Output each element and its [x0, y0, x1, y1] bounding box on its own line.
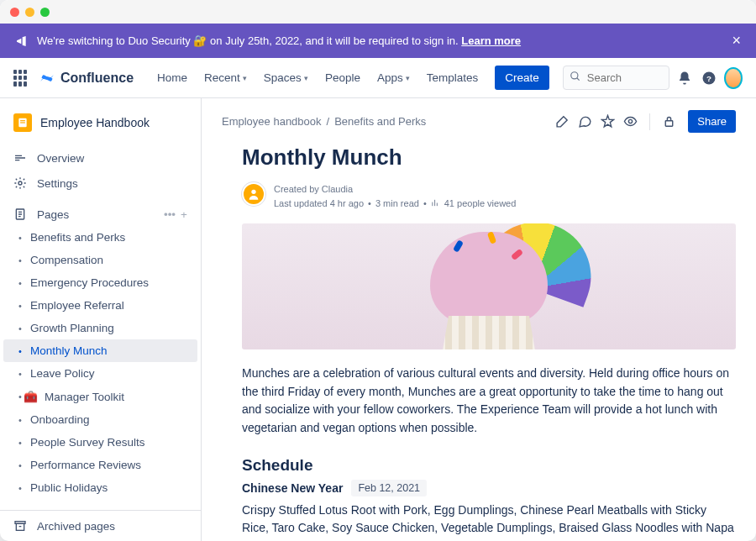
author-avatar[interactable]: [242, 182, 265, 206]
last-updated: Last updated 4 hr ago: [274, 197, 364, 211]
search-icon: [570, 71, 581, 85]
app-switcher-icon[interactable]: [13, 70, 27, 87]
crumb-parent[interactable]: Employee handbook: [222, 115, 322, 128]
breadcrumb: Employee handbook / Benefits and Perks: [222, 115, 426, 128]
maximize-window-icon[interactable]: [40, 8, 50, 17]
nav-spaces[interactable]: Spaces▾: [257, 66, 315, 89]
svg-rect-5: [20, 122, 25, 123]
hero-image: [242, 223, 736, 349]
sidebar-page-item[interactable]: Performance Reviews: [3, 454, 197, 476]
close-banner-icon[interactable]: ×: [732, 32, 741, 50]
restrictions-icon[interactable]: [662, 114, 676, 129]
more-icon[interactable]: •••: [164, 208, 176, 221]
chevron-down-icon: ▾: [304, 74, 308, 82]
notifications-icon[interactable]: [676, 67, 694, 89]
banner-text: We're switching to Duo Security: [37, 34, 193, 47]
svg-rect-4: [20, 120, 25, 121]
confluence-logo[interactable]: Confluence: [39, 70, 134, 87]
add-page-icon[interactable]: +: [181, 208, 187, 221]
crumb-current[interactable]: Benefits and Perks: [334, 115, 426, 128]
nav-apps[interactable]: Apps▾: [370, 66, 417, 89]
sidebar-page-item[interactable]: Onboarding: [3, 408, 197, 431]
help-icon[interactable]: ?: [701, 67, 718, 89]
svg-text:?: ?: [706, 73, 711, 82]
announcement-banner: We're switching to Duo Security 🔐 on Jul…: [0, 24, 756, 58]
star-icon[interactable]: [601, 114, 615, 129]
svg-point-6: [18, 181, 22, 185]
menu-text: Crispy Stuffed Lotus Root with Pork, Egg…: [242, 502, 736, 541]
space-icon: [13, 113, 32, 132]
event-date: Feb 12, 2021: [351, 480, 427, 496]
sidebar-page-item[interactable]: Monthly Munch: [3, 339, 197, 362]
svg-rect-11: [666, 121, 674, 126]
analytics-icon: [431, 198, 440, 207]
chevron-down-icon: ▾: [406, 74, 410, 82]
sidebar-page-item[interactable]: Employee Referral: [3, 294, 197, 317]
nav-recent[interactable]: Recent▾: [197, 66, 254, 89]
watch-icon[interactable]: [623, 114, 638, 129]
sidebar-settings[interactable]: Settings: [0, 171, 201, 196]
sidebar-page-item[interactable]: People Survey Results: [3, 431, 197, 454]
edit-icon[interactable]: [555, 114, 570, 129]
nav-people[interactable]: People: [318, 66, 367, 89]
sidebar-overview[interactable]: Overview: [0, 145, 201, 171]
read-time: 3 min read: [375, 197, 419, 211]
global-nav: Confluence Home Recent▾ Spaces▾ People A…: [0, 58, 756, 98]
intro-paragraph: Munches are a celebration of various cul…: [242, 365, 736, 438]
space-header[interactable]: Employee Handbook: [0, 98, 201, 142]
create-button[interactable]: Create: [495, 66, 549, 90]
sidebar-page-item[interactable]: Public Holidays: [3, 476, 197, 499]
sidebar-page-item[interactable]: Growth Planning: [3, 317, 197, 339]
chevron-down-icon: ▾: [243, 74, 247, 82]
schedule-heading: Schedule: [242, 456, 736, 475]
svg-point-12: [251, 190, 255, 194]
share-button[interactable]: Share: [688, 110, 736, 133]
mac-titlebar: [0, 0, 756, 24]
megaphone-icon: [15, 34, 29, 48]
sidebar-page-item[interactable]: Leave Policy: [3, 362, 197, 385]
created-by: Created by Claudia: [274, 182, 516, 197]
toolkit-icon: 🧰: [24, 390, 38, 403]
comment-icon[interactable]: [578, 114, 592, 129]
sidebar-page-item[interactable]: Benefits and Perks: [3, 226, 197, 249]
svg-point-10: [629, 119, 633, 123]
sidebar-page-item[interactable]: Emergency Procedures: [3, 271, 197, 294]
sidebar-page-item[interactable]: 🧰 Manager Toolkit: [3, 385, 197, 408]
people-viewed: 41 people viewed: [444, 197, 517, 211]
svg-point-0: [571, 72, 578, 79]
event-name: Chinese New Year: [242, 481, 343, 495]
sidebar-page-item[interactable]: Compensation: [3, 249, 197, 271]
page-title: Monthly Munch: [242, 144, 736, 171]
sidebar-archived[interactable]: Archived pages: [0, 510, 201, 541]
close-window-icon[interactable]: [10, 8, 19, 17]
minimize-window-icon[interactable]: [25, 8, 34, 17]
space-sidebar: Employee Handbook Overview Settings Page…: [0, 98, 202, 541]
banner-learn-more-link[interactable]: Learn more: [461, 34, 521, 47]
sidebar-pages-header[interactable]: Pages ••• +: [0, 199, 201, 226]
nav-templates[interactable]: Templates: [420, 66, 486, 89]
profile-avatar[interactable]: [724, 67, 743, 89]
nav-home[interactable]: Home: [150, 66, 194, 89]
